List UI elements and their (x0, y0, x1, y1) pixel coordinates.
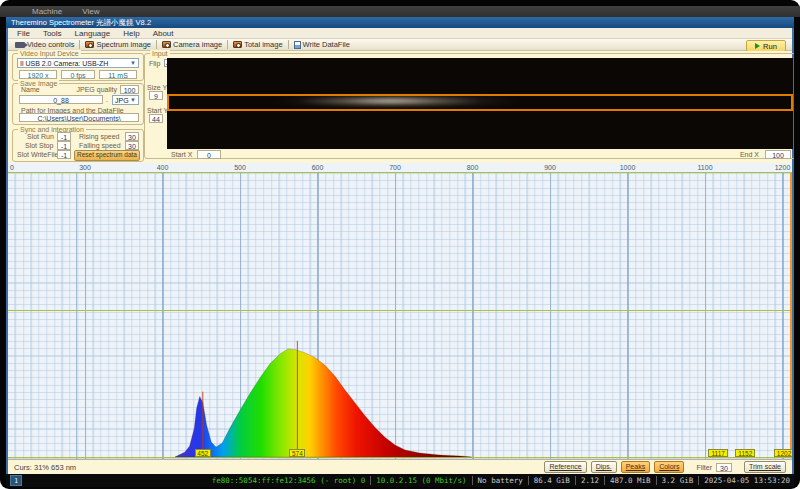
app-titlebar: Theremino Spectrometer 光譜小魔鏡 V8.2 (6, 17, 794, 28)
status-network-ipv4: 10.0.2.15 (0 Mbit/s) (370, 476, 466, 485)
app-toolbar: Video controls Spectrum image Camera ima… (8, 39, 792, 51)
menu-language[interactable]: Language (75, 29, 111, 38)
video-camera-icon (15, 42, 25, 48)
chart-footer: Curs: 31% 653 nm Reference Dips. Peaks C… (8, 459, 792, 474)
settings-panel: Video Input Device Il USB 2.0 Camera: US… (8, 51, 792, 163)
play-icon (755, 43, 760, 49)
flip-label: Flip (149, 60, 160, 67)
footer-buttons: Reference Dips. Peaks Colors Filter 30 T… (544, 461, 786, 473)
spectrum-chart[interactable]: 0300400500600700800900100011001200452574… (8, 163, 792, 459)
extension-value: JPG (115, 97, 129, 104)
rising-speed-label: Rising speed (79, 133, 119, 140)
reset-spectrum-button[interactable]: Reset spectrum data (74, 150, 140, 161)
status-bar: 1 fe80::5054:ff:fe12:3456 (- root) 0 10.… (6, 474, 794, 487)
name-label: Name (21, 86, 40, 93)
app-window: Theremino Spectrometer 光譜小魔鏡 V8.2 File T… (6, 17, 794, 474)
write-datafile-button[interactable]: Write DataFile (290, 39, 354, 50)
row-selection-rect[interactable] (167, 94, 793, 111)
camera-icon (162, 41, 171, 48)
extension-select[interactable]: JPG ▼ (112, 95, 139, 105)
status-disk: 86.4 GiB (528, 476, 570, 485)
resolution-value: 1920 x (19, 70, 57, 79)
latency-value: 11 mS (99, 70, 137, 79)
peaks-button[interactable]: Peaks (621, 461, 650, 473)
input-title: Input (150, 50, 170, 57)
vm-menubar: Machine View (0, 6, 800, 17)
slot-writefile-field[interactable]: -1 (57, 150, 71, 159)
toolbar-separator (156, 40, 157, 49)
dips-button[interactable]: Dips. (591, 461, 617, 473)
video-controls-label: Video controls (27, 40, 74, 49)
video-input-group: Video Input Device Il USB 2.0 Camera: US… (12, 53, 144, 81)
app-menubar: File Tools Language Help About (8, 28, 792, 39)
slot-run-label: Slot Run (27, 133, 54, 140)
status-battery: No battery (472, 476, 523, 485)
filter-field[interactable]: 30 (716, 463, 732, 472)
vm-menu-machine[interactable]: Machine (32, 7, 62, 16)
spectrum-curve (8, 163, 792, 459)
menu-tools[interactable]: Tools (43, 29, 62, 38)
peak-wavelength-label: 452 (195, 449, 211, 457)
slot-run-field[interactable]: -1 (57, 132, 71, 141)
datafile-icon (294, 41, 301, 49)
sync-title: Sync and integration (18, 126, 86, 133)
video-controls-button[interactable]: Video controls (11, 39, 78, 50)
end-x-field[interactable]: 100 (765, 150, 791, 159)
total-image-label: Total image (244, 40, 282, 49)
filter-label: Filter (696, 464, 712, 471)
toolbar-separator (288, 40, 289, 49)
status-segments: fe80::5054:ff:fe12:3456 (- root) 0 10.0.… (212, 476, 790, 485)
peak-wavelength-label: 1152 (735, 449, 755, 457)
start-x-field[interactable]: 0 (197, 150, 221, 159)
menu-file[interactable]: File (17, 29, 30, 38)
menu-help[interactable]: Help (123, 29, 139, 38)
toolbar-separator (79, 40, 80, 49)
toolbar-separator (227, 40, 228, 49)
peak-wavelength-label: 1117 (708, 449, 728, 457)
guest-screen: Theremino Spectrometer 光譜小魔鏡 V8.2 File T… (6, 17, 794, 487)
jpeg-quality-field[interactable]: 100 (120, 85, 139, 94)
size-y-field[interactable]: 9 (149, 91, 163, 100)
trim-scale-button[interactable]: Trim scale (744, 461, 786, 473)
peak-wavelength-label: 574 (289, 449, 305, 457)
status-memory: 487.0 MiB (604, 476, 651, 485)
jpeg-quality-label: JPEG quality (77, 86, 117, 93)
camera-image-button[interactable]: Camera image (158, 39, 226, 50)
menu-about[interactable]: About (153, 29, 174, 38)
video-device-value: Il USB 2.0 Camera: USB-ZH (20, 60, 108, 67)
end-x-label: End X (740, 151, 759, 158)
total-image-button[interactable]: Total image (229, 39, 286, 50)
spectrum-image-button[interactable]: Spectrum image (81, 39, 155, 50)
falling-speed-label: Falling speed (79, 142, 121, 149)
cursor-readout: Curs: 31% 653 nm (14, 463, 76, 472)
video-input-title: Video Input Device (18, 50, 81, 57)
fps-value: 0 fps (61, 70, 95, 79)
chevron-down-icon: ▼ (130, 97, 136, 103)
slot-stop-label: Slot Stop (25, 142, 53, 149)
slot-stop-field[interactable]: -1 (57, 141, 71, 150)
sync-group: Sync and integration Slot Run -1 Rising … (12, 129, 144, 162)
path-field[interactable]: C:\Users\User\Documents\ (19, 113, 139, 122)
start-x-label: Start X (171, 151, 192, 158)
image-name-field[interactable]: 0_88 (19, 95, 103, 104)
size-y-label: Size Y (147, 84, 167, 91)
rising-speed-field[interactable]: 30 (125, 132, 139, 141)
status-datetime: 2025-04-05 13:53:20 (698, 476, 790, 485)
vm-window: Machine View Theremino Spectrometer 光譜小魔… (0, 0, 800, 489)
status-load: 2.12 (575, 476, 599, 485)
reference-button[interactable]: Reference (544, 461, 586, 473)
video-device-select[interactable]: Il USB 2.0 Camera: USB-ZH ▼ (17, 58, 139, 68)
status-swap: 3.2 GiB (656, 476, 694, 485)
input-group: Input Flip ✓ Size Y 9 Start Y 44 Start X… (144, 53, 794, 159)
falling-speed-field[interactable]: 30 (125, 141, 139, 150)
camera-image-label: Camera image (173, 40, 222, 49)
peak-wavelength-label: 1202 (774, 449, 792, 457)
run-label: Run (763, 42, 777, 51)
app-title: Theremino Spectrometer 光譜小魔鏡 V8.2 (11, 18, 151, 27)
vm-menu-view[interactable]: View (82, 7, 99, 16)
camera-icon (85, 41, 94, 48)
spectrum-image-label: Spectrum image (96, 40, 151, 49)
workspace-button[interactable]: 1 (10, 475, 22, 486)
start-y-field[interactable]: 44 (149, 114, 163, 123)
colors-button[interactable]: Colors (654, 461, 684, 473)
